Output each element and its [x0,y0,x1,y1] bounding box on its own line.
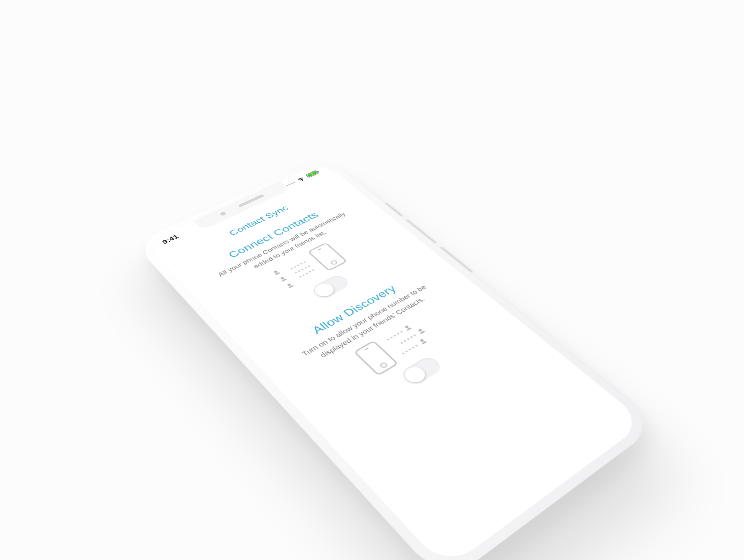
transfer-dots-icon [290,261,314,278]
person-icon [284,282,296,290]
phone-frame: 9:41 ⚡ Contact Sync [132,155,660,560]
stage: 9:41 ⚡ Contact Sync [0,0,744,560]
toggle-knob [400,364,429,386]
transfer-fan-icon [385,321,435,356]
person-icon [415,327,427,336]
status-right-cluster: ⚡ [284,170,319,188]
phone-tilt-wrapper: 9:41 ⚡ Contact Sync [132,155,660,560]
person-icon [402,324,413,332]
cellular-signal-icon [286,182,296,187]
phone-screen: 9:41 ⚡ Contact Sync [144,162,646,560]
person-icon [417,337,429,346]
wifi-icon [296,176,306,183]
mini-phone-icon [353,340,399,376]
status-time: 9:41 [161,234,180,246]
person-icon [271,269,282,277]
battery-charging-icon: ⚡ [305,170,319,178]
toggle-knob [311,281,337,299]
allow-discovery-toggle[interactable] [399,355,444,387]
screen-content: Contact Sync Connect Contacts All your p… [159,175,646,560]
mini-phone-icon [307,242,348,271]
person-icon [278,275,289,283]
